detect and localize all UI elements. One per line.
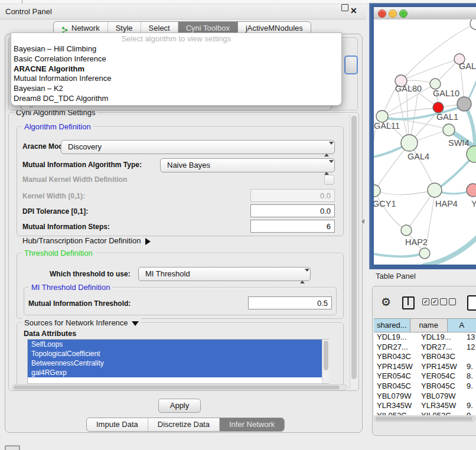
manual-kernel-checkbox[interactable] [324, 175, 334, 185]
scrollbar-thumb[interactable] [14, 386, 340, 389]
scrollbar-thumb[interactable] [324, 341, 328, 370]
network-node[interactable] [428, 183, 442, 197]
close-panel-icon[interactable]: ✕ [350, 6, 357, 15]
combo-stepper-icon [324, 161, 330, 170]
table-cell: YDL19... [418, 332, 464, 343]
mi-type-combobox[interactable]: Naive Bayes [160, 158, 335, 172]
network-edge[interactable] [423, 236, 476, 265]
network-node[interactable] [374, 185, 380, 197]
network-window-titlebar[interactable] [374, 7, 476, 20]
column-header-name[interactable]: name [410, 319, 448, 332]
table-cell: YIL052C [374, 411, 418, 415]
aracne-mode-combobox[interactable]: Discovery [61, 140, 335, 154]
table-row[interactable]: YBR043CYBR043C [374, 352, 476, 362]
minimize-window-icon[interactable] [389, 9, 397, 18]
mi-steps-field[interactable]: 6 [250, 220, 335, 233]
network-edge[interactable] [401, 59, 459, 81]
aracne-mode-value: Discovery [68, 142, 102, 151]
table-row[interactable]: YDR27...YDR27...12 [374, 343, 476, 353]
sources-title-text: Sources for Network Inference [24, 318, 128, 327]
algorithm-dropdown-placeholder: Select algorithm to view settings [11, 33, 341, 44]
column-header-partial[interactable]: A [448, 319, 476, 332]
scrollbar-thumb[interactable] [376, 417, 472, 420]
deselect-all-checks-icon[interactable] [440, 298, 456, 305]
network-node-label: GCY1 [374, 199, 396, 208]
table-cell: YBR045C [374, 381, 418, 392]
data-attribute-item[interactable]: TopologicalCoefficient [28, 349, 328, 358]
table-cell: YPR145W [418, 362, 464, 372]
kernel-width-field[interactable]: 0.0 [250, 189, 335, 202]
network-node[interactable] [467, 184, 476, 197]
data-attributes-list[interactable]: SelfLoopsTopologicalCoefficientBetweenne… [27, 339, 329, 384]
algorithm-option[interactable]: Mutual Information Inference [11, 74, 341, 84]
settings-horizontal-scrollbar[interactable] [12, 384, 347, 390]
algorithm-definition-title: Algorithm Definition [22, 122, 93, 131]
algorithm-option[interactable]: Bayesian – K2 [11, 84, 341, 94]
network-node[interactable] [401, 225, 412, 236]
which-threshold-combobox[interactable]: MI Threshold [138, 267, 311, 281]
apply-button[interactable]: Apply [158, 399, 201, 413]
column-header-shared-name[interactable]: shared... [374, 319, 410, 332]
table-cell: 9. [464, 381, 476, 392]
network-node[interactable] [470, 19, 476, 30]
network-edge[interactable] [374, 191, 402, 227]
table-row[interactable]: YIL052CYIL052C9 [374, 411, 476, 415]
table-cell: YLR345W [374, 401, 418, 411]
data-attribute-item[interactable]: SelfLoops [28, 340, 328, 349]
dpi-tolerance-field[interactable]: 0.0 [250, 204, 335, 217]
table-cell: YBR045C [418, 381, 464, 392]
table-row[interactable]: YER054CYER054C8. [374, 371, 476, 381]
data-attribute-item[interactable]: gal4RGexp [28, 368, 328, 377]
network-node[interactable] [419, 248, 430, 259]
table-row[interactable]: YBL079WYBL079W [374, 392, 476, 402]
table-row[interactable]: YDL19...YDL19...13 [374, 332, 476, 343]
network-node[interactable] [467, 146, 476, 162]
network-edge[interactable] [374, 253, 423, 256]
mi-threshold-field[interactable]: 0.5 [248, 296, 332, 309]
network-node[interactable] [376, 110, 388, 122]
hub-definition-expander[interactable]: Hub/Transcription Factor Definition [22, 236, 151, 245]
network-edge[interactable] [374, 191, 429, 195]
list-vertical-scrollbar[interactable] [322, 340, 329, 383]
close-window-icon[interactable] [378, 9, 386, 18]
network-node[interactable] [401, 135, 418, 151]
table-cell: YER054C [418, 371, 464, 381]
network-node[interactable] [443, 124, 455, 136]
select-all-checks-icon[interactable]: ✓✓ [422, 298, 438, 305]
network-view[interactable]: GALGAL80GAL10GAL1GAL11SWI4GAL4GCY1HAP4YH… [374, 19, 476, 265]
table-panel: ⚙ ✓✓ shared... name A YDL19...YDL19...13… [372, 286, 476, 436]
table-cell: YLR345W [418, 401, 464, 411]
network-node[interactable] [457, 97, 471, 111]
mi-threshold-title: MI Threshold Definition [29, 283, 112, 292]
algorithm-option[interactable]: Bayesian – Hill Climbing [11, 44, 341, 54]
panel-collapse-arrow[interactable] [361, 219, 364, 224]
tab-discretize-data[interactable]: Discretize Data [148, 418, 220, 431]
focused-combobox-stepper[interactable] [344, 56, 358, 74]
zoom-window-icon[interactable] [399, 9, 407, 18]
network-node[interactable] [430, 79, 441, 89]
table-row[interactable]: YPR145WYPR145W9. [374, 362, 476, 372]
network-node[interactable] [433, 102, 444, 113]
table-row[interactable]: YLR345WYLR345W9. [374, 401, 476, 411]
document-icon[interactable] [467, 295, 476, 311]
data-attributes-label: Data Attributes [24, 330, 76, 338]
algorithm-option[interactable]: Dream8 DC_TDC Algorithm [11, 94, 341, 104]
settings-vertical-scrollbar[interactable] [350, 113, 358, 389]
columns-icon[interactable] [402, 296, 415, 309]
network-node-label: HAP4 [435, 199, 458, 208]
table-horizontal-scrollbar[interactable] [374, 416, 475, 422]
table-row[interactable]: YBR045CYBR045C9. [374, 381, 476, 392]
sources-title[interactable]: Sources for Network Inference [22, 318, 141, 327]
bottom-left-panel-icon[interactable] [5, 445, 20, 450]
float-panel-icon[interactable] [341, 4, 348, 11]
algorithm-option[interactable]: Basic Correlation Inference [11, 54, 341, 64]
tab-infer-network[interactable]: Infer Network [220, 418, 284, 431]
scrollbar-thumb[interactable] [351, 116, 357, 379]
tab-impute-data[interactable]: Impute Data [87, 418, 148, 431]
algorithm-option[interactable]: ARACNE Algorithm [11, 64, 341, 74]
data-attribute-item[interactable]: BetweennessCentrality [28, 358, 328, 368]
network-edge[interactable] [401, 24, 474, 81]
collapse-arrow-icon [132, 321, 139, 326]
network-node-label: GAL10 [433, 89, 459, 98]
gear-icon[interactable]: ⚙ [381, 295, 391, 310]
